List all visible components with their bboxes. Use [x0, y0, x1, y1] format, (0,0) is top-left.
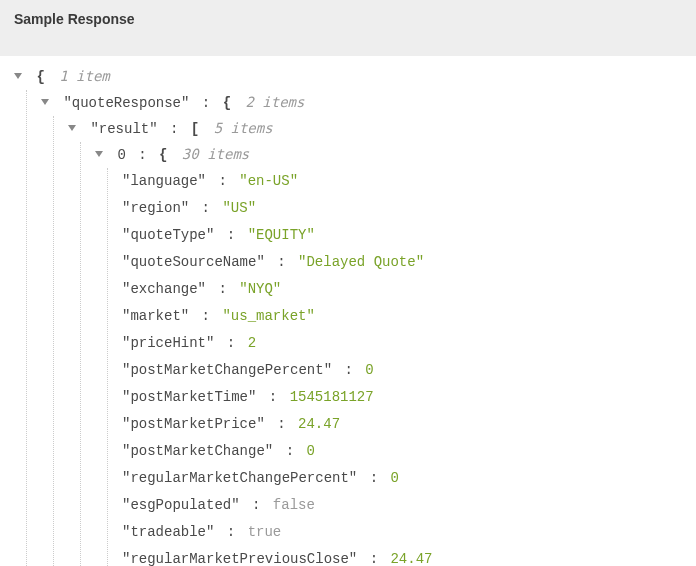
json-value: 2 [248, 335, 256, 351]
bracket-open: [ [191, 121, 199, 137]
item-count: 2 items [245, 94, 304, 110]
item-count: 5 items [214, 120, 273, 136]
json-kv-row[interactable]: "postMarketChange" : 0 [122, 438, 696, 465]
json-kv-row[interactable]: "language" : "en-US" [122, 168, 696, 195]
json-kv-row[interactable]: "quoteType" : "EQUITY" [122, 222, 696, 249]
colon: : [244, 497, 269, 513]
colon: : [269, 254, 294, 270]
colon: : [218, 335, 243, 351]
json-key: "quoteSourceName" [122, 254, 265, 270]
json-value: 24.47 [298, 416, 340, 432]
json-kv-row[interactable]: "postMarketChangePercent" : 0 [122, 357, 696, 384]
json-kv-row[interactable]: "quoteSourceName" : "Delayed Quote" [122, 249, 696, 276]
json-value: "Delayed Quote" [298, 254, 424, 270]
chevron-down-icon[interactable] [14, 73, 22, 79]
colon: : [336, 362, 361, 378]
json-kv-row[interactable]: "postMarketPrice" : 24.47 [122, 411, 696, 438]
brace-open: { [159, 147, 167, 163]
json-kv-row[interactable]: "esgPopulated" : false [122, 492, 696, 519]
json-key: "result" [90, 121, 157, 137]
json-kv-row[interactable]: "postMarketTime" : 1545181127 [122, 384, 696, 411]
json-value: "US" [222, 200, 256, 216]
brace-open: { [223, 95, 231, 111]
json-key: "postMarketChangePercent" [122, 362, 332, 378]
json-value: 0 [306, 443, 314, 459]
json-kv-row[interactable]: "regularMarketPreviousClose" : 24.47 [122, 546, 696, 566]
colon: : [269, 416, 294, 432]
panel-title: Sample Response [14, 11, 135, 27]
colon: : [210, 173, 235, 189]
json-kv-row[interactable]: "priceHint" : 2 [122, 330, 696, 357]
json-key: "quoteResponse" [63, 95, 189, 111]
json-value: false [273, 497, 315, 513]
colon: : [170, 121, 178, 137]
json-kv-row[interactable]: "region" : "US" [122, 195, 696, 222]
colon: : [210, 281, 235, 297]
json-key: "postMarketTime" [122, 389, 256, 405]
result-node[interactable]: "result" : [ 5 items [68, 116, 696, 142]
colon: : [277, 443, 302, 459]
json-key: "market" [122, 308, 189, 324]
item-count: 1 item [59, 68, 110, 84]
colon: : [361, 551, 386, 566]
panel-header: Sample Response [0, 0, 696, 56]
json-key: "exchange" [122, 281, 206, 297]
json-key: "priceHint" [122, 335, 214, 351]
chevron-down-icon[interactable] [95, 151, 103, 157]
json-key: "region" [122, 200, 189, 216]
json-key: "postMarketChange" [122, 443, 273, 459]
colon: : [260, 389, 285, 405]
json-key: "quoteType" [122, 227, 214, 243]
colon: : [218, 524, 243, 540]
json-value: true [248, 524, 282, 540]
kv-list: "language" : "en-US""region" : "US""quot… [107, 168, 696, 566]
brace-open: { [36, 69, 44, 85]
json-kv-row[interactable]: "tradeable" : true [122, 519, 696, 546]
json-value: 0 [390, 470, 398, 486]
json-value: 0 [365, 362, 373, 378]
colon: : [218, 227, 243, 243]
json-tree: { 1 item "quoteResponse" : { 2 items "re… [0, 56, 696, 566]
root-node[interactable]: { 1 item [14, 64, 696, 90]
json-key: "language" [122, 173, 206, 189]
json-value: "EQUITY" [248, 227, 315, 243]
json-key: "tradeable" [122, 524, 214, 540]
colon: : [202, 95, 210, 111]
index-0-node[interactable]: 0 : { 30 items [95, 142, 696, 168]
json-value: 24.47 [390, 551, 432, 566]
chevron-down-icon[interactable] [41, 99, 49, 105]
json-value: 1545181127 [290, 389, 374, 405]
json-key: "postMarketPrice" [122, 416, 265, 432]
quote-response-node[interactable]: "quoteResponse" : { 2 items [41, 90, 696, 116]
json-key: "regularMarketChangePercent" [122, 470, 357, 486]
json-kv-row[interactable]: "regularMarketChangePercent" : 0 [122, 465, 696, 492]
colon: : [138, 147, 146, 163]
item-count: 30 items [182, 146, 249, 162]
json-value: "NYQ" [239, 281, 281, 297]
json-index: 0 [117, 147, 125, 163]
colon: : [193, 308, 218, 324]
colon: : [193, 200, 218, 216]
json-value: "en-US" [239, 173, 298, 189]
chevron-down-icon[interactable] [68, 125, 76, 131]
json-key: "esgPopulated" [122, 497, 240, 513]
json-kv-row[interactable]: "exchange" : "NYQ" [122, 276, 696, 303]
json-key: "regularMarketPreviousClose" [122, 551, 357, 566]
json-value: "us_market" [222, 308, 314, 324]
colon: : [361, 470, 386, 486]
json-kv-row[interactable]: "market" : "us_market" [122, 303, 696, 330]
